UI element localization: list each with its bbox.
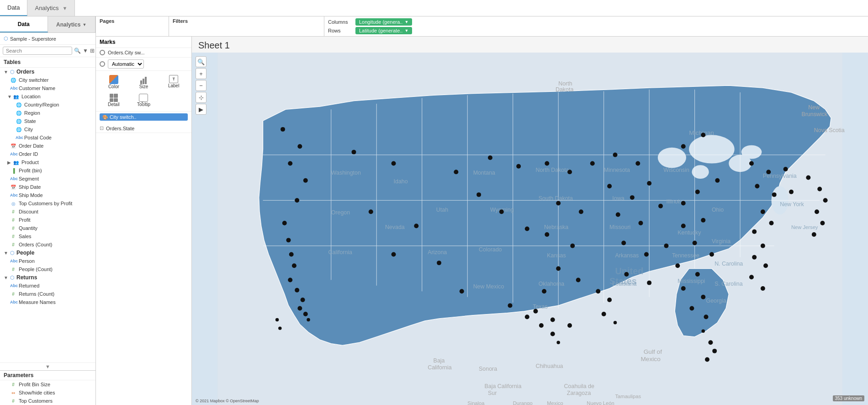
orders-toggle: ▼ (4, 69, 8, 75)
people-icon: ⬡ (10, 250, 15, 256)
field-region[interactable]: 🌐 Region (0, 109, 95, 117)
map-search-btn[interactable]: 🔍 (196, 56, 206, 67)
param-profit-bin-size[interactable]: # Profit Bin Size (0, 380, 95, 389)
svg-text:Missouri: Missouri (609, 224, 630, 230)
map-container[interactable]: 🔍 + − ⊹ ▶ (192, 53, 868, 405)
svg-point-94 (275, 318, 279, 321)
field-top-customers[interactable]: ◎ Top Customers by Profit (0, 199, 95, 208)
svg-point-145 (675, 263, 680, 268)
marks-type-select[interactable]: Automatic Bar Line Area Circle Square Te… (108, 59, 144, 69)
field-location-group[interactable]: ▼ 👥 Location (0, 92, 95, 101)
section-people[interactable]: ▼ ⬡ People (0, 249, 95, 257)
svg-point-165 (820, 221, 825, 225)
field-sales[interactable]: # Sales (0, 232, 95, 240)
left-tab-data[interactable]: Data (0, 16, 48, 32)
top-tab-bar: Data Analytics ▼ (0, 0, 868, 16)
columns-row: Columns Longitude (genera.. ▼ Rows Latit… (324, 16, 868, 36)
svg-text:Minnesota: Minnesota (604, 167, 630, 173)
marks-color-pill[interactable]: 🎨 City switch.. (100, 113, 188, 121)
abc-icon-8: Abc (10, 300, 16, 304)
columns-pill[interactable]: Longitude (genera.. ▼ (355, 18, 412, 26)
svg-point-83 (295, 198, 299, 202)
svg-text:States: States (609, 276, 637, 286)
svg-point-130 (658, 204, 663, 208)
svg-text:California: California (328, 249, 353, 256)
field-profit[interactable]: # Profit (0, 216, 95, 224)
tab-data-label: Data (7, 4, 20, 11)
color-pill-icon: 🎨 (102, 115, 108, 120)
tab-analytics-close[interactable]: ▼ (63, 5, 68, 11)
svg-point-182 (614, 321, 617, 324)
filter-icon[interactable]: ▼ (83, 48, 88, 54)
marks-layer-circle (100, 50, 105, 55)
svg-text:New: New (808, 104, 820, 111)
svg-text:S. Carolina: S. Carolina (715, 281, 743, 287)
field-postal-code[interactable]: Abc Postal Code (0, 133, 95, 142)
marks-tooltip-btn[interactable]: Tooltip (130, 92, 158, 108)
map-arrow-btn[interactable]: ▶ (196, 104, 206, 115)
location-group-icon: 👥 (13, 94, 19, 99)
svg-point-172 (763, 263, 768, 268)
svg-point-85 (286, 238, 291, 242)
svg-text:United: United (615, 266, 644, 276)
product-toggle: ▶ (7, 160, 12, 165)
marks-label-btn[interactable]: T Label (159, 74, 188, 91)
tab-data[interactable]: Data (0, 0, 27, 16)
field-quantity[interactable]: # Quantity (0, 224, 95, 232)
calendar-icon-2: 📅 (10, 185, 16, 190)
size-bars (140, 75, 147, 84)
marks-detail-btn[interactable]: Detail (100, 92, 128, 108)
field-returns-count[interactable]: # Returns (Count) (0, 290, 95, 298)
hash-icon-4: # (10, 234, 16, 239)
field-ship-date[interactable]: 📅 Ship Date (0, 183, 95, 191)
svg-point-158 (755, 184, 759, 188)
field-country-region[interactable]: 🌐 Country/Region (0, 101, 95, 109)
field-product-group[interactable]: ▶ 👥 Product (0, 158, 95, 166)
param-top-customers[interactable]: # Top Customers (0, 397, 95, 405)
field-measure-names[interactable]: Abc Measure Names (0, 298, 95, 306)
marks-layer-row[interactable]: Orders.City sw... (96, 48, 191, 58)
field-customer-name[interactable]: Abc Customer Name (0, 84, 95, 92)
search-input[interactable] (3, 47, 72, 55)
field-city[interactable]: 🌐 City (0, 125, 95, 133)
search-icon[interactable]: 🔍 (74, 48, 81, 54)
param-show-hide-cities[interactable]: ⇔ Show/hide cities (0, 389, 95, 397)
field-discount[interactable]: # Discount (0, 208, 95, 216)
datasource-row[interactable]: ⬡ Sample - Superstore (0, 33, 95, 45)
field-segment[interactable]: Abc Segment (0, 175, 95, 183)
svg-point-102 (460, 289, 464, 293)
field-returned[interactable]: Abc Returned (0, 282, 95, 290)
map-pin-btn[interactable]: ⊹ (196, 92, 206, 103)
left-tab-analytics[interactable]: Analytics ▼ (48, 16, 96, 32)
field-profit-bin[interactable]: ▐ Profit (bin) (0, 166, 95, 175)
section-returns[interactable]: ▼ ⬡ Returns (0, 273, 95, 282)
tab-analytics[interactable]: Analytics ▼ (27, 0, 75, 16)
field-order-id[interactable]: Abc Order ID (0, 150, 95, 158)
field-order-date[interactable]: 📅 Order Date (0, 142, 95, 150)
field-person[interactable]: Abc Person (0, 257, 95, 265)
rows-pill[interactable]: Latitude (generate.. ▼ (355, 27, 412, 34)
svg-text:Coahuila de: Coahuila de (564, 383, 594, 389)
svg-text:Kentucky: Kentucky (677, 229, 701, 236)
grid-icon[interactable]: ⊞ (90, 48, 95, 54)
svg-point-154 (705, 357, 709, 362)
map-zoom-out-btn[interactable]: − (196, 80, 206, 91)
field-people-count[interactable]: # People (Count) (0, 265, 95, 273)
svg-text:Sonora: Sonora (479, 366, 497, 372)
scroll-down-arrow[interactable]: ▼ (0, 362, 95, 370)
field-state[interactable]: 🌐 State (0, 117, 95, 125)
svg-point-117 (576, 277, 581, 282)
svg-point-133 (664, 244, 668, 248)
map-zoom-in-btn[interactable]: + (196, 68, 206, 79)
filters-title: Filters (173, 18, 320, 24)
marks-detail-field[interactable]: ⊡ Orders.State (96, 124, 191, 133)
field-city-switcher[interactable]: 🌐 City switchter (0, 76, 95, 84)
field-ship-mode[interactable]: Abc Ship Mode (0, 191, 95, 199)
marks-size-btn[interactable]: Size (130, 74, 158, 91)
svg-text:Arkansas: Arkansas (615, 252, 639, 259)
marks-color-btn[interactable]: Color (100, 74, 128, 91)
field-orders-count[interactable]: # Orders (Count) (0, 240, 95, 249)
svg-text:Nuevo León: Nuevo León (587, 400, 614, 405)
abc-icon-3: Abc (10, 152, 16, 156)
section-orders[interactable]: ▼ ⬡ Orders (0, 68, 95, 76)
